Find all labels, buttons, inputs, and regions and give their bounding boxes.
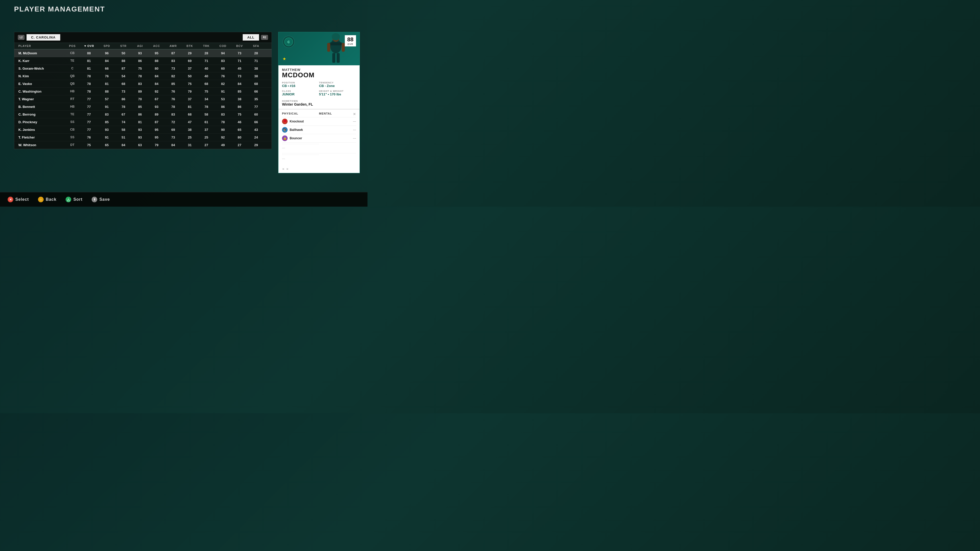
player-agi: 93 [132,51,148,55]
page-title: PLAYER MANAGEMENT [14,5,105,13]
player-bcv: 71 [231,59,248,63]
player-acc: 95 [148,128,165,132]
col-cod[interactable]: COD [215,44,231,48]
ability-icon: 🥊 [282,119,288,124]
bottom-bar: ✕ Select ○ Back △ Sort ⬆ Save [0,192,368,206]
ability-value: --- [319,128,356,132]
player-btk: 37 [181,67,198,70]
ability-left: 🔒 Bouncer [282,135,319,141]
player-awr: 73 [165,67,181,70]
player-trk: 28 [198,51,215,55]
ability-name: Ballhawk [290,128,303,132]
close-icon[interactable]: ✕ [353,112,356,116]
hometown-label: HOMETOWN [282,100,356,102]
player-btk: 29 [181,51,198,55]
table-row[interactable]: S. Goram-Welch C 81 66 87 75 80 73 37 40… [14,65,272,73]
ovr-number: 88 [347,36,353,43]
player-btk: 50 [181,74,198,78]
col-awr[interactable]: AWR [165,44,181,48]
ability-row: 🥊 Knockout --- [282,117,356,125]
l2-badge[interactable]: L2 [18,35,24,40]
player-agi: 89 [132,89,148,94]
player-cod: 91 [215,89,231,94]
col-acc[interactable]: ACC [148,44,165,48]
all-filter-box[interactable]: ALL [243,34,259,41]
table-row[interactable]: M. McDoom CB 88 96 50 93 95 87 29 28 94 … [14,49,272,57]
player-name: M. McDoom [14,51,65,55]
col-ovr[interactable]: ▼OVR [80,44,99,48]
player-pos: QB [65,74,80,78]
table-row[interactable]: K. Karr TE 81 84 88 86 88 83 69 71 83 71… [14,57,272,65]
player-ovr: 77 [80,128,99,132]
player-bcv: 27 [231,143,248,147]
player-ovr: 77 [80,113,99,116]
sort-button[interactable]: △ Sort [65,197,83,202]
player-awr: 87 [165,51,181,55]
table-row[interactable]: K. Jenkins CB 77 93 58 93 95 69 38 37 90… [14,126,272,134]
col-spd[interactable]: SPD [99,44,115,48]
player-pos: TE [65,113,80,116]
svg-rect-7 [342,43,345,52]
ability-name: Knockout [290,120,304,123]
player-agi: 93 [132,128,148,132]
player-ovr: 77 [80,97,99,101]
player-acc: 84 [148,74,165,78]
player-cod: 78 [215,120,231,124]
select-button[interactable]: ✕ Select [8,197,29,202]
table-row[interactable]: B. Bennett HB 77 91 78 85 93 78 81 78 86… [14,103,272,111]
player-agi: 86 [132,113,148,116]
player-awr: 69 [165,128,181,132]
table-row[interactable]: C. Washington HB 78 88 73 89 92 76 79 75… [14,88,272,95]
table-row[interactable]: E. Vasko QB 78 81 68 83 84 85 75 68 82 8… [14,80,272,88]
player-ovr: 88 [80,51,99,55]
player-awr: 78 [165,105,181,109]
player-bcv: 85 [231,89,248,94]
svg-rect-5 [329,42,342,45]
player-btk: 79 [181,89,198,94]
player-str: 88 [115,59,132,63]
col-str[interactable]: STR [115,44,132,48]
player-spd: 81 [99,82,115,86]
player-awr: 76 [165,97,181,101]
player-btk: 31 [181,143,198,147]
table-row[interactable]: T. Wagner RT 77 57 86 70 67 76 37 34 53 … [14,95,272,103]
player-str: 54 [115,74,132,78]
col-agi[interactable]: AGI [132,44,148,48]
table-row[interactable]: C. Berrong TE 77 83 67 86 89 83 68 58 83… [14,111,272,118]
table-row[interactable]: N. Kim QB 78 76 54 78 84 82 50 40 76 73 … [14,73,272,80]
table-row[interactable]: T. Fletcher SS 76 91 51 93 95 73 25 25 9… [14,134,272,141]
table-row[interactable]: W. Whitson DT 75 65 84 63 79 84 31 27 49… [14,141,272,149]
player-cod: 53 [215,97,231,101]
save-button[interactable]: ⬆ Save [92,197,110,202]
player-acc: 95 [148,51,165,55]
select-label: Select [15,197,29,202]
col-btk[interactable]: BTK [181,44,198,48]
player-str: 84 [115,143,132,147]
player-sfa: 60 [248,113,264,116]
player-acc: 89 [148,113,165,116]
player-bcv: 86 [231,105,248,109]
team-name-box[interactable]: C. CAROLINA [27,34,60,41]
player-trk: 58 [198,113,215,116]
card-icon-x: ✕ [282,167,285,171]
player-sfa: 38 [248,67,264,70]
player-awr: 83 [165,59,181,63]
card-ovr-badge: 88 OVR [345,35,356,46]
player-sfa: 66 [248,89,264,94]
player-spd: 65 [99,143,115,147]
player-spd: 76 [99,74,115,78]
col-bcv[interactable]: BCV [231,44,248,48]
physical-label: PHYSICAL [282,112,319,115]
col-sfa[interactable]: SFA [248,44,264,48]
player-btk: 47 [181,120,198,124]
table-row[interactable]: D. Pinckney SS 77 85 74 81 87 72 47 61 7… [14,118,272,126]
player-name: T. Wagner [14,97,65,101]
col-trk[interactable]: TRK [198,44,215,48]
player-pos: TE [65,59,80,63]
r2-badge[interactable]: R2 [261,35,268,40]
class-detail: CLASS JUNIOR [282,89,319,97]
player-sfa: 35 [248,97,264,101]
column-headers: PLAYER POS ▼OVR SPD STR AGI ACC AWR BTK … [14,43,272,49]
back-button[interactable]: ○ Back [38,197,56,202]
tendency-detail: TENDENCY CB - Zone [319,80,356,89]
